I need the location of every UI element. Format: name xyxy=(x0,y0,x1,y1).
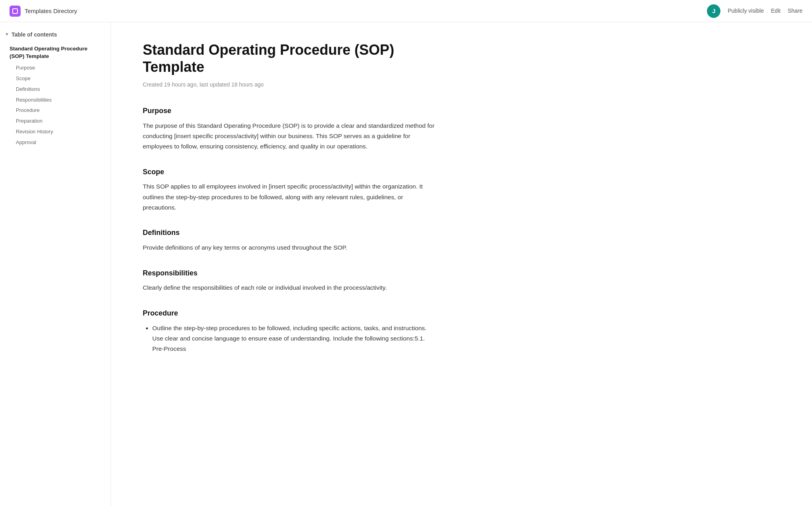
toc-sub-item[interactable]: Preparation xyxy=(13,116,106,127)
share-button[interactable]: Share xyxy=(788,6,802,15)
avatar[interactable]: J xyxy=(707,4,720,18)
toc-items: Standard Operating Procedure (SOP) Templ… xyxy=(5,44,106,148)
app-title[interactable]: Templates Directory xyxy=(25,6,77,16)
toc-header[interactable]: ▼ Table of contents xyxy=(5,30,106,39)
toc-title-label: Table of contents xyxy=(11,30,57,39)
toc-sub-item[interactable]: Revision History xyxy=(13,127,106,137)
app-icon-inner xyxy=(12,8,18,14)
edit-button[interactable]: Edit xyxy=(771,6,781,15)
section-responsibilities: ResponsibilitiesClearly define the respo… xyxy=(143,267,436,293)
section-body-purpose: The purpose of this Standard Operating P… xyxy=(143,121,436,152)
section-body-definitions: Provide definitions of any key terms or … xyxy=(143,242,436,253)
section-body-responsibilities: Clearly define the responsibilities of e… xyxy=(143,283,436,293)
doc-title: Standard Operating Procedure (SOP) Templ… xyxy=(143,41,436,75)
section-heading-purpose: Purpose xyxy=(143,105,436,117)
section-body-scope: This SOP applies to all employees involv… xyxy=(143,181,436,213)
section-procedure: ProcedureOutline the step-by-step proced… xyxy=(143,308,436,354)
toc-item-top[interactable]: Standard Operating Procedure (SOP) Templ… xyxy=(6,44,106,62)
app-header: Templates Directory J Publicly visible E… xyxy=(0,0,812,22)
toc-sub-items: PurposeScopeDefinitionsResponsibilitiesP… xyxy=(6,63,106,148)
publicly-visible-label[interactable]: Publicly visible xyxy=(728,6,764,15)
main-layout: ▼ Table of contents Standard Operating P… xyxy=(0,22,812,506)
toc-sub-item[interactable]: Approval xyxy=(13,137,106,148)
sections-container: PurposeThe purpose of this Standard Oper… xyxy=(143,105,436,354)
header-left: Templates Directory xyxy=(10,6,77,17)
procedure-list: Outline the step-by-step procedures to b… xyxy=(152,323,436,354)
section-heading-procedure: Procedure xyxy=(143,308,436,319)
sidebar: ▼ Table of contents Standard Operating P… xyxy=(0,22,111,506)
section-heading-definitions: Definitions xyxy=(143,227,436,239)
toc-sub-item[interactable]: Purpose xyxy=(13,63,106,73)
toc-sub-item[interactable]: Procedure xyxy=(13,105,106,116)
app-icon[interactable] xyxy=(10,6,21,17)
toc-sub-item[interactable]: Responsibilities xyxy=(13,95,106,106)
section-scope: ScopeThis SOP applies to all employees i… xyxy=(143,166,436,213)
section-heading-scope: Scope xyxy=(143,166,436,178)
section-definitions: DefinitionsProvide definitions of any ke… xyxy=(143,227,436,253)
doc-meta: Created 19 hours ago, last updated 18 ho… xyxy=(143,80,436,89)
toc-sub-item[interactable]: Scope xyxy=(13,73,106,84)
section-purpose: PurposeThe purpose of this Standard Oper… xyxy=(143,105,436,152)
header-right: J Publicly visible Edit Share xyxy=(707,4,802,18)
list-item: Outline the step-by-step procedures to b… xyxy=(152,323,436,354)
chevron-down-icon: ▼ xyxy=(5,31,9,38)
content-area: Standard Operating Procedure (SOP) Templ… xyxy=(111,22,468,506)
toc-sub-item[interactable]: Definitions xyxy=(13,84,106,95)
section-heading-responsibilities: Responsibilities xyxy=(143,267,436,279)
